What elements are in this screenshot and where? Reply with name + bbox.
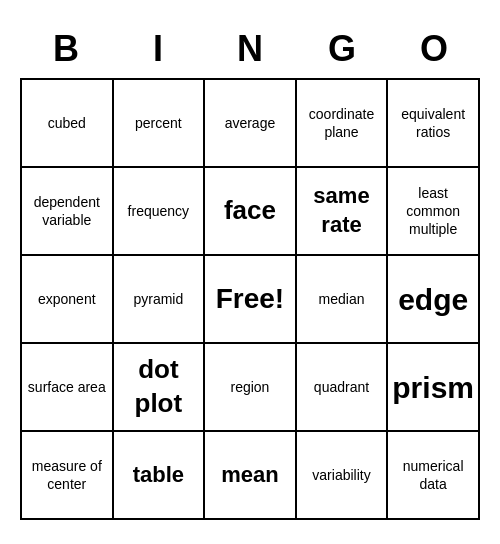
bingo-cell: mean (205, 432, 297, 520)
bingo-cell: edge (388, 256, 480, 344)
bingo-cell: measure of center (22, 432, 114, 520)
bingo-cell: dot plot (114, 344, 206, 432)
bingo-grid: cubedpercentaveragecoordinate planeequiv… (20, 78, 480, 520)
bingo-cell: same rate (297, 168, 389, 256)
bingo-cell: frequency (114, 168, 206, 256)
bingo-cell: percent (114, 80, 206, 168)
bingo-cell: table (114, 432, 206, 520)
bingo-cell: dependent variable (22, 168, 114, 256)
header-letter: G (296, 24, 388, 74)
bingo-cell: cubed (22, 80, 114, 168)
bingo-cell: surface area (22, 344, 114, 432)
bingo-cell: exponent (22, 256, 114, 344)
header-letter: B (20, 24, 112, 74)
bingo-cell: region (205, 344, 297, 432)
bingo-cell: equivalent ratios (388, 80, 480, 168)
bingo-cell: numerical data (388, 432, 480, 520)
header-letter: O (388, 24, 480, 74)
header-letter: I (112, 24, 204, 74)
bingo-header: BINGO (20, 24, 480, 74)
header-letter: N (204, 24, 296, 74)
bingo-cell: median (297, 256, 389, 344)
bingo-cell: quadrant (297, 344, 389, 432)
bingo-cell: average (205, 80, 297, 168)
bingo-cell: pyramid (114, 256, 206, 344)
bingo-cell: least common multiple (388, 168, 480, 256)
bingo-cell: face (205, 168, 297, 256)
bingo-cell: coordinate plane (297, 80, 389, 168)
bingo-cell: prism (388, 344, 480, 432)
bingo-card: BINGO cubedpercentaveragecoordinate plan… (10, 14, 490, 530)
bingo-cell: Free! (205, 256, 297, 344)
bingo-cell: variability (297, 432, 389, 520)
